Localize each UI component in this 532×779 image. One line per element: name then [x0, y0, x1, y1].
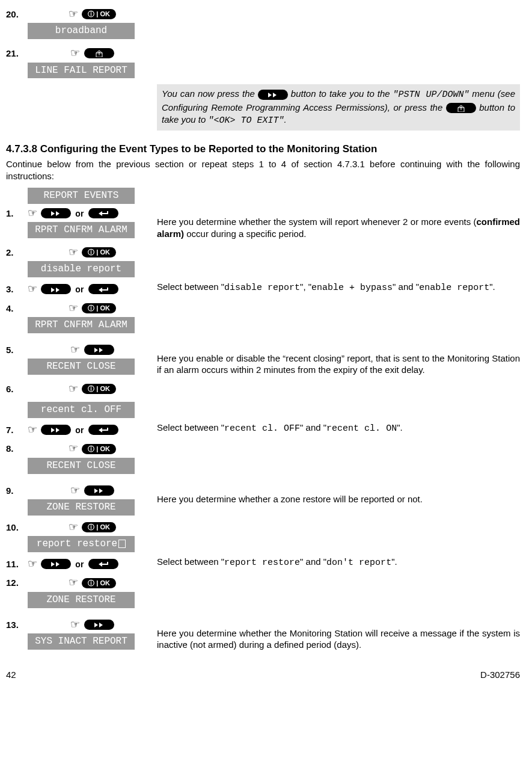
lcd-display: ZONE RESTORE [28, 592, 135, 608]
step-number: 6. [6, 381, 28, 395]
step-description: Here you determine whether a zone restor… [157, 482, 520, 505]
svg-marker-4 [51, 211, 55, 216]
lcd-display: ZONE RESTORE [28, 499, 135, 516]
lcd-display: recent cl. OFF [28, 402, 135, 418]
lcd-display: RECENT CLOSE [28, 458, 135, 474]
next-key-icon [84, 485, 114, 496]
step-description: Here you enable or disable the “recent c… [157, 342, 520, 376]
lcd-display: RPRT CNFRM ALARM [28, 317, 135, 333]
step-number: 4. [6, 300, 28, 315]
hand-icon: ☞ [69, 442, 78, 455]
svg-marker-21 [94, 488, 98, 493]
svg-marker-22 [99, 488, 103, 493]
step-control: ☞ ⓘ | OK disable report [28, 244, 157, 277]
svg-marker-24 [56, 562, 60, 567]
info-ok-key-icon: ⓘ | OK [82, 303, 116, 313]
step-control: ☞ ⓘ | OK recent cl. OFF [28, 381, 157, 418]
hand-icon: ☞ [28, 282, 37, 296]
step-11-row: 11. ☞ or Select between "report restore"… [6, 556, 520, 571]
svg-marker-10 [56, 288, 60, 292]
info-ok-key-icon: ⓘ | OK [82, 384, 116, 394]
svg-marker-14 [94, 348, 98, 353]
step-control: ☞ ⓘ | OK RPRT CNFRM ALARM [28, 300, 157, 333]
step-1-row: 1. ☞ or RPRT CNFRM ALARM Here you determ… [6, 205, 520, 239]
step-number: 8. [6, 440, 28, 455]
svg-marker-23 [51, 562, 55, 567]
step-control: ☞ ⓘ | OK report restore [28, 519, 157, 552]
next-key-icon [84, 620, 114, 630]
info-ok-key-icon: ⓘ | OK [82, 9, 116, 19]
svg-marker-16 [51, 428, 55, 433]
step-number: 5. [6, 342, 28, 356]
lcd-display: RECENT CLOSE [28, 359, 135, 375]
step-description: Select between "report restore" and "don… [157, 556, 520, 569]
step-12-row: 12. ☞ ⓘ | OK ZONE RESTORE [6, 574, 520, 608]
step-number: 3. [6, 281, 28, 295]
step-number: 20. [6, 6, 28, 20]
page-footer: 42 D-302756 [6, 669, 520, 681]
hand-icon: ☞ [28, 206, 37, 220]
or-label: or [75, 285, 84, 294]
svg-marker-9 [51, 288, 55, 292]
hand-icon: ☞ [70, 343, 80, 357]
step-control: ☞ ⓘ | OK RECENT CLOSE [28, 440, 157, 473]
svg-marker-1 [268, 93, 272, 97]
step-control: ☞ LINE FAIL REPORT [28, 45, 157, 78]
svg-rect-20 [107, 428, 108, 431]
step-control: ☞ or [28, 281, 157, 296]
away-key-icon [446, 103, 476, 113]
back-key-icon [88, 208, 118, 218]
hand-icon: ☞ [69, 245, 78, 259]
hand-icon: ☞ [70, 618, 80, 632]
step-number: 9. [6, 482, 28, 497]
next-key-icon [258, 90, 288, 100]
step-number: 2. [6, 244, 28, 259]
instruction-note: You can now press the button to take you… [157, 84, 520, 131]
page-number: 42 [6, 669, 16, 681]
hand-icon: ☞ [28, 557, 37, 571]
note-text: You can now press the [162, 88, 258, 99]
or-label: or [75, 425, 84, 435]
section-intro: Continue below from the previous section… [6, 158, 520, 182]
back-key-icon [88, 425, 118, 435]
step-control: ☞ ⓘ | OK broadband [28, 6, 157, 39]
info-ok-key-icon: ⓘ | OK [82, 247, 116, 257]
step-description: Select between "recent cl. OFF" and "rec… [157, 422, 520, 435]
hand-icon: ☞ [69, 576, 78, 590]
document-id: D-302756 [480, 669, 520, 681]
hand-icon: ☞ [69, 382, 78, 396]
step-21-row: 21. ☞ LINE FAIL REPORT [6, 45, 520, 78]
lcd-display: REPORT EVENTS [28, 188, 135, 204]
info-ok-key-icon: ⓘ | OK [82, 444, 116, 454]
hand-icon: ☞ [69, 301, 78, 315]
step-control: ☞ or RPRT CNFRM ALARM [28, 205, 157, 238]
lcd-display: broadband [28, 23, 135, 39]
hand-icon: ☞ [70, 46, 80, 60]
hand-icon: ☞ [69, 7, 78, 21]
step-2-row: 2. ☞ ⓘ | OK disable report [6, 244, 520, 277]
lcd-display: RPRT CNFRM ALARM [28, 222, 135, 238]
step-number: 11. [6, 556, 28, 570]
away-key-icon [84, 48, 114, 58]
step-10-row: 10. ☞ ⓘ | OK report restore [6, 519, 520, 552]
back-key-icon [88, 559, 118, 569]
svg-rect-8 [107, 211, 108, 214]
hand-icon: ☞ [69, 520, 78, 534]
lcd-display: SYS INACT REPORT [28, 633, 135, 650]
step-control: ☞ ZONE RESTORE [28, 482, 157, 516]
info-ok-key-icon: ⓘ | OK [82, 578, 116, 588]
step-4-row: 4. ☞ ⓘ | OK RPRT CNFRM ALARM [6, 300, 520, 333]
header-lcd-row: REPORT EVENTS [6, 186, 520, 204]
svg-marker-29 [99, 623, 103, 627]
step-control: ☞ RECENT CLOSE [28, 342, 157, 375]
hand-icon: ☞ [28, 423, 37, 437]
svg-marker-28 [94, 623, 98, 627]
next-key-icon [41, 208, 71, 218]
or-label: or [75, 209, 84, 218]
step-description: Here you determine whether the Monitorin… [157, 617, 520, 651]
step-20-row: 20. ☞ ⓘ | OK broadband [6, 6, 520, 39]
svg-marker-2 [273, 93, 277, 97]
step-description: Here you determine whether the system wi… [157, 205, 520, 239]
hand-icon: ☞ [70, 484, 80, 497]
step-description [157, 45, 520, 56]
